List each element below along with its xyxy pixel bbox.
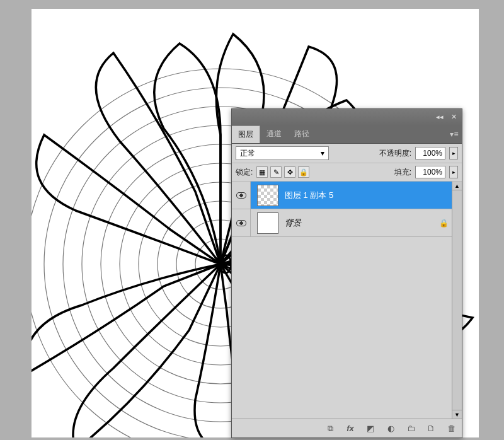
eye-icon — [236, 220, 246, 226]
panel-footer: ⧉ fx ◩ ◐ 🗀 🗋 🗑 — [232, 419, 462, 437]
panel-menu-icon[interactable]: ▾≡ — [447, 125, 462, 143]
visibility-toggle[interactable] — [232, 209, 251, 236]
tab-paths[interactable]: 路径 — [288, 125, 316, 143]
chevron-down-icon: ▾ — [321, 149, 324, 158]
tab-layers[interactable]: 图层 — [232, 125, 260, 143]
tab-channels[interactable]: 通道 — [260, 125, 288, 143]
layer-row[interactable]: 图层 1 副本 5 — [232, 182, 452, 209]
layer-thumbnail[interactable] — [257, 185, 278, 206]
add-mask-icon[interactable]: ◩ — [364, 422, 377, 435]
opacity-label: 不透明度: — [379, 148, 411, 159]
lock-label: 锁定: — [236, 167, 253, 178]
opacity-slider-button[interactable]: ▸ — [449, 147, 458, 159]
scroll-up-icon[interactable]: ▲ — [452, 182, 462, 190]
delete-layer-icon[interactable]: 🗑 — [444, 422, 458, 435]
layers-panel: ◂◂ ✕ 图层 通道 路径 ▾≡ 正常 ▾ 不透明度: 100% ▸ 锁定: ▦… — [231, 108, 462, 438]
lock-pixels-icon[interactable]: ✎ — [270, 166, 282, 178]
scroll-down-icon[interactable]: ▼ — [452, 410, 462, 419]
panel-titlebar[interactable]: ◂◂ ✕ — [232, 109, 462, 125]
layer-name[interactable]: 图层 1 副本 5 — [285, 190, 452, 201]
scrollbar[interactable]: ▲ ▼ — [452, 182, 462, 419]
opacity-input[interactable]: 100% — [415, 147, 445, 159]
opacity-value: 100% — [423, 149, 442, 158]
lock-all-icon[interactable]: 🔒 — [298, 166, 309, 178]
eye-icon — [236, 192, 246, 199]
link-layers-icon[interactable]: ⧉ — [323, 422, 337, 435]
lock-position-icon[interactable]: ✥ — [284, 166, 295, 178]
close-icon[interactable]: ✕ — [448, 113, 459, 122]
layers-list-area: 图层 1 副本 5 背景 🔒 ▲ ▼ — [232, 182, 462, 419]
lock-icons-group: ▦ ✎ ✥ 🔒 — [256, 166, 309, 178]
layer-name[interactable]: 背景 — [285, 217, 435, 229]
layer-row[interactable]: 背景 🔒 — [232, 209, 452, 237]
collapse-icon[interactable]: ◂◂ — [434, 113, 445, 122]
new-group-icon[interactable]: 🗀 — [404, 422, 418, 435]
blend-mode-value: 正常 — [240, 148, 255, 159]
lock-fill-row: 锁定: ▦ ✎ ✥ 🔒 填充: 100% ▸ — [232, 163, 462, 182]
panel-tabs: 图层 通道 路径 ▾≡ — [232, 125, 462, 144]
layers-list[interactable]: 图层 1 副本 5 背景 🔒 — [232, 182, 452, 419]
blend-mode-select[interactable]: 正常 ▾ — [236, 146, 329, 160]
lock-transparency-icon[interactable]: ▦ — [256, 166, 268, 178]
fill-value: 100% — [423, 168, 442, 177]
fill-input[interactable]: 100% — [415, 166, 445, 178]
visibility-toggle[interactable] — [232, 182, 251, 209]
blend-opacity-row: 正常 ▾ 不透明度: 100% ▸ — [232, 144, 462, 163]
fx-icon[interactable]: fx — [343, 422, 357, 435]
fill-slider-button[interactable]: ▸ — [449, 166, 458, 178]
adjustment-layer-icon[interactable]: ◐ — [384, 422, 398, 435]
new-layer-icon[interactable]: 🗋 — [424, 422, 438, 435]
lock-indicator-icon: 🔒 — [435, 219, 452, 228]
layer-thumbnail[interactable] — [257, 212, 278, 234]
fill-label: 填充: — [394, 167, 411, 178]
